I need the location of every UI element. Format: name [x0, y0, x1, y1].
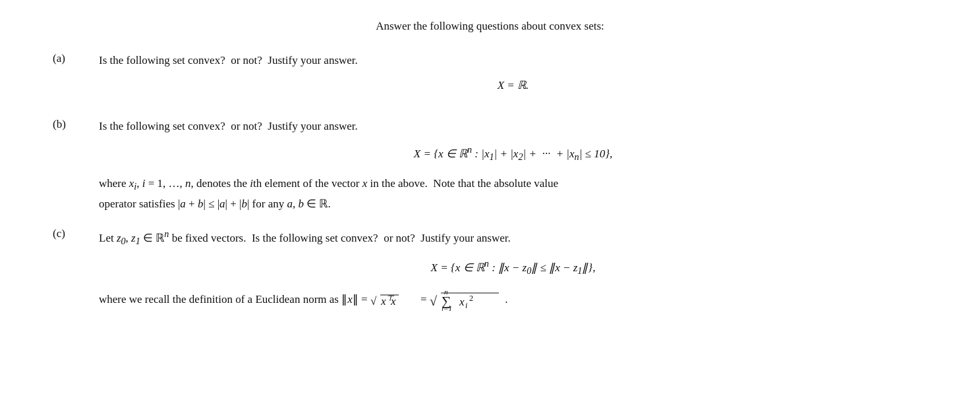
- svg-text:√: √: [370, 295, 377, 307]
- math-c: X = {x ∈ ℝn : ‖x − z0‖ ≤ ‖x − z1‖},: [99, 258, 927, 277]
- label-b: (b): [53, 117, 99, 131]
- svg-text:x: x: [459, 296, 465, 308]
- question-a: Is the following set convex? or not? Jus…: [99, 51, 927, 69]
- math-a: X = ℝ.: [99, 78, 927, 92]
- page-title: Answer the following questions about con…: [53, 20, 927, 33]
- note-c: where we recall the definition of a Eucl…: [99, 288, 927, 312]
- svg-text:x: x: [390, 295, 396, 307]
- content-b: Is the following set convex? or not? Jus…: [99, 117, 927, 213]
- label-a: (a): [53, 51, 99, 65]
- question-c: Let z0, z1 ∈ ℝn be fixed vectors. Is the…: [99, 226, 927, 249]
- svg-text:√: √: [430, 294, 437, 308]
- page-container: Answer the following questions about con…: [53, 20, 927, 312]
- question-b: Is the following set convex? or not? Jus…: [99, 117, 927, 135]
- svg-text:2: 2: [469, 294, 473, 303]
- svg-text:i: i: [465, 301, 467, 310]
- math-b: X = {x ∈ ℝn : |x1| + |x2| + ··· + |xn| ≤…: [99, 144, 927, 163]
- label-c: (c): [53, 226, 99, 240]
- svg-text:i=1: i=1: [442, 304, 452, 312]
- svg-text:x: x: [380, 295, 386, 307]
- content-a: Is the following set convex? or not? Jus…: [99, 51, 927, 104]
- sqrt-xtx-svg: √ x ⊤ x: [370, 290, 418, 310]
- content-c: Let z0, z1 ∈ ℝn be fixed vectors. Is the…: [99, 226, 927, 312]
- sqrt-sum-svg: √ ∑ n i=1 x i 2: [430, 288, 502, 312]
- note-b: where xi, i = 1, …, n, denotes the ith e…: [99, 174, 927, 213]
- problem-a: (a) Is the following set convex? or not?…: [53, 51, 927, 104]
- problem-c: (c) Let z0, z1 ∈ ℝn be fixed vectors. Is…: [53, 226, 927, 312]
- problem-b: (b) Is the following set convex? or not?…: [53, 117, 927, 213]
- svg-text:n: n: [444, 288, 448, 296]
